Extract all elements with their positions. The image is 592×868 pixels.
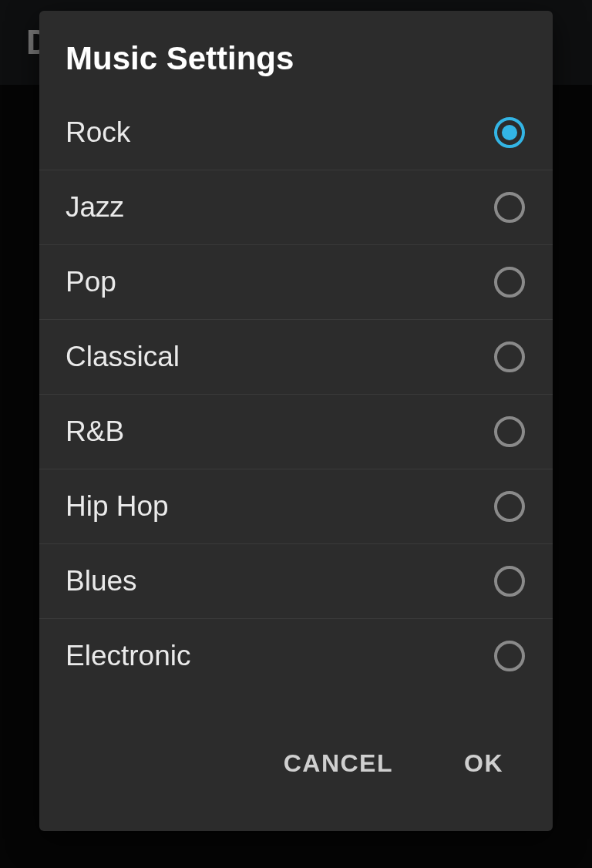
option-electronic[interactable]: Electronic [39,619,553,688]
radio-icon [494,416,525,447]
option-label: Rock [66,116,130,149]
dialog-title: Music Settings [39,11,553,96]
radio-icon [494,641,525,671]
radio-icon [494,341,525,372]
dialog-options-list: Rock Jazz Pop Classical R&B Hip Hop Blue… [39,96,553,688]
dialog-actions: CANCEL OK [39,688,553,831]
option-label: Pop [66,266,116,298]
option-blues[interactable]: Blues [39,544,553,619]
option-jazz[interactable]: Jazz [39,170,553,245]
option-classical[interactable]: Classical [39,320,553,395]
option-pop[interactable]: Pop [39,245,553,320]
option-rock[interactable]: Rock [39,96,553,170]
option-label: R&B [66,415,124,448]
option-label: Jazz [66,191,124,224]
radio-icon [494,566,525,597]
option-label: Classical [66,341,180,373]
music-settings-dialog: Music Settings Rock Jazz Pop Classical R… [39,11,553,831]
ok-button[interactable]: OK [456,738,511,789]
radio-icon [494,117,525,148]
option-rnb[interactable]: R&B [39,395,553,469]
option-hiphop[interactable]: Hip Hop [39,469,553,544]
cancel-button[interactable]: CANCEL [276,738,401,789]
option-label: Electronic [66,640,190,672]
radio-icon [494,192,525,223]
radio-icon [494,491,525,522]
radio-icon [494,267,525,298]
option-label: Blues [66,565,137,597]
option-label: Hip Hop [66,490,169,523]
